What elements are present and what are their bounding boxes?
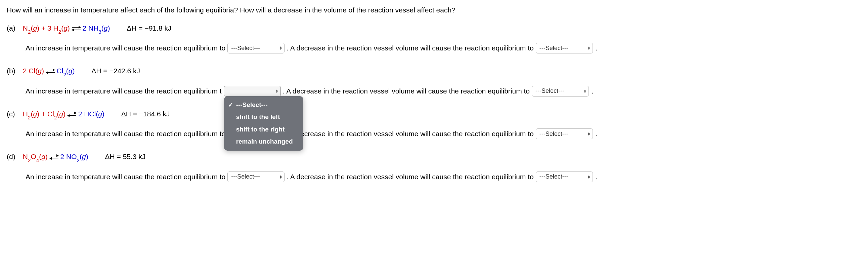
period: . (592, 86, 594, 96)
stepper-arrows-icon: ▲▼ (584, 89, 587, 93)
select-b-vol[interactable]: ---Select--- ▲▼ (532, 86, 589, 96)
period: . (596, 172, 597, 182)
dropdown-option[interactable]: shift to the left (224, 111, 303, 123)
delta-h-d: ΔH = 55.3 kJ (105, 151, 146, 162)
temp-prompt: An increase in temperature will cause th… (26, 43, 225, 54)
equilibrium-arrow-icon (46, 69, 55, 73)
period: . (596, 128, 597, 139)
equation-d: N2O4(g) 2 NO2(g) (23, 151, 88, 162)
part-label-d: (d) (7, 151, 21, 162)
dropdown-option-selected[interactable]: ---Select--- (224, 99, 303, 111)
dropdown-option[interactable]: remain unchanged (224, 136, 303, 148)
select-d-vol[interactable]: ---Select--- ▲▼ (536, 172, 593, 182)
part-a: (a) N2(g) + 3 H2(g) 2 NH3(g) ΔH = −91.8 … (7, 23, 861, 34)
subquestion-b: An increase in temperature will cause th… (26, 86, 861, 96)
select-value: ---Select--- (231, 172, 260, 181)
select-a-temp[interactable]: ---Select--- ▲▼ (227, 43, 284, 54)
vol-prompt: . A decrease in the reaction vessel volu… (286, 172, 533, 182)
equation-b: 2 Cl(g) Cl2(g) (23, 66, 75, 76)
select-c-vol[interactable]: ---Select--- ▲▼ (536, 128, 593, 139)
temp-prompt-trunc: An increase in temperature will cause th… (26, 86, 222, 96)
equation-a: N2(g) + 3 H2(g) 2 NH3(g) (23, 23, 110, 34)
select-value: ---Select--- (539, 172, 568, 181)
part-label-a: (a) (7, 23, 21, 34)
part-label-b: (b) (7, 66, 21, 76)
stepper-arrows-icon: ▲▼ (588, 46, 591, 50)
select-d-temp[interactable]: ---Select--- ▲▼ (227, 172, 284, 182)
select-value: ---Select--- (535, 86, 564, 95)
select-value: ---Select--- (231, 44, 260, 53)
subquestion-c: An increase in temperature will cause th… (26, 128, 861, 139)
select-value: ---Select--- (539, 44, 568, 53)
equilibrium-arrow-icon (67, 112, 76, 117)
part-label-c: (c) (7, 109, 21, 119)
delta-h-a: ΔH = −91.8 kJ (127, 23, 171, 34)
vol-prompt: . A decrease in the reaction vessel volu… (286, 128, 533, 139)
select-b-temp[interactable]: ---Select--- ▲▼ ---Select--- shift to th… (224, 86, 281, 96)
reactants-d: N2O4(g) (23, 153, 48, 160)
reactants-b: 2 Cl(g) (23, 67, 44, 75)
stepper-arrows-icon: ▲▼ (279, 46, 282, 50)
question-intro: How will an increase in temperature affe… (7, 5, 861, 16)
stepper-arrows-icon: ▲▼ (588, 175, 591, 179)
equation-c: H2(g) + Cl2(g) 2 HCl(g) (23, 109, 104, 119)
equilibrium-arrow-icon (72, 26, 81, 31)
products-c: 2 HCl(g) (78, 110, 104, 118)
vol-prompt: . A decrease in the reaction vessel volu… (286, 43, 533, 54)
subquestion-d: An increase in temperature will cause th… (26, 172, 861, 182)
part-d: (d) N2O4(g) 2 NO2(g) ΔH = 55.3 kJ (7, 151, 861, 162)
stepper-arrows-icon: ▲▼ (279, 175, 282, 179)
select-value: ---Select--- (539, 129, 568, 139)
dropdown-option[interactable]: shift to the right (224, 123, 303, 136)
select-a-vol[interactable]: ---Select--- ▲▼ (536, 43, 593, 54)
part-c: (c) H2(g) + Cl2(g) 2 HCl(g) ΔH = −184.6 … (7, 109, 861, 119)
part-b: (b) 2 Cl(g) Cl2(g) ΔH = −242.6 kJ (7, 66, 861, 76)
equilibrium-arrow-icon (50, 155, 58, 159)
reactants-a: N2(g) + 3 H2(g) (23, 24, 70, 32)
stepper-arrows-icon: ▲▼ (275, 89, 278, 93)
dropdown-menu: ---Select--- shift to the left shift to … (224, 96, 303, 151)
delta-h-b: ΔH = −242.6 kJ (91, 66, 140, 76)
products-b: Cl2(g) (57, 67, 75, 75)
temp-prompt: An increase in temperature will cause th… (26, 172, 225, 182)
stepper-arrows-icon: ▲▼ (588, 132, 591, 136)
temp-prompt: An increase in temperature will cause th… (26, 128, 225, 139)
products-d: 2 NO2(g) (60, 153, 88, 160)
period: . (596, 43, 597, 54)
products-a: 2 NH3(g) (83, 24, 110, 32)
vol-prompt: . A decrease in the reaction vessel volu… (283, 86, 530, 96)
delta-h-c: ΔH = −184.6 kJ (121, 109, 170, 119)
reactants-c: H2(g) + Cl2(g) (23, 110, 65, 118)
subquestion-a: An increase in temperature will cause th… (26, 43, 861, 54)
